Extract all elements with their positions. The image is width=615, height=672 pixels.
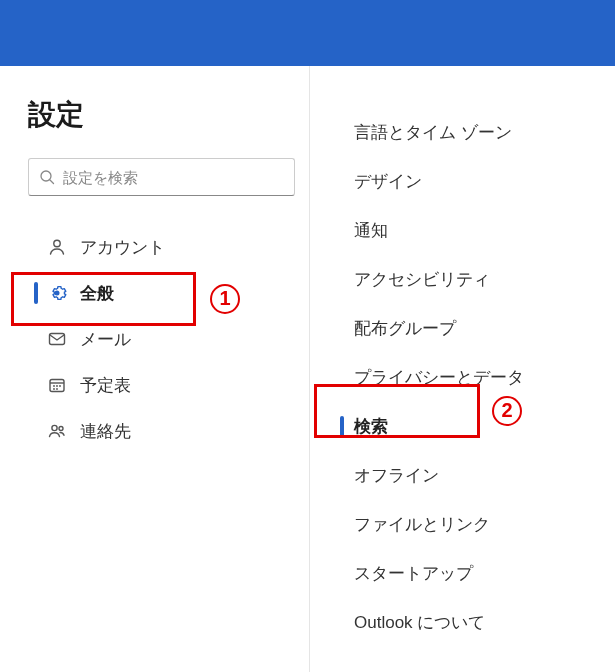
- sub-label: 言語とタイム ゾーン: [354, 121, 512, 144]
- sub-label: デザイン: [354, 170, 422, 193]
- nav-label: 予定表: [80, 374, 131, 397]
- sub-item-design[interactable]: デザイン: [330, 157, 605, 206]
- calendar-icon: [44, 375, 70, 395]
- svg-point-2: [54, 240, 60, 246]
- nav-label: 全般: [80, 282, 114, 305]
- general-subnav: 言語とタイム ゾーン デザイン 通知 アクセシビリティ 配布グループ プライバシ…: [310, 66, 615, 672]
- nav-item-general[interactable]: 全般: [28, 270, 289, 316]
- sub-label: スタートアップ: [354, 562, 473, 585]
- svg-point-8: [59, 385, 61, 387]
- sub-label: オフライン: [354, 464, 439, 487]
- sub-item-privacy[interactable]: プライバシーとデータ: [330, 353, 605, 402]
- sub-item-startup[interactable]: スタートアップ: [330, 549, 605, 598]
- nav-list: アカウント 全般 メール 予定表: [28, 224, 289, 454]
- nav-item-contacts[interactable]: 連絡先: [28, 408, 289, 454]
- sub-item-about[interactable]: Outlook について: [330, 598, 605, 647]
- page-title: 設定: [28, 96, 289, 134]
- svg-point-12: [59, 427, 63, 431]
- gear-icon: [44, 283, 70, 303]
- svg-point-7: [56, 385, 58, 387]
- sub-item-offline[interactable]: オフライン: [330, 451, 605, 500]
- annotation-marker-1: 1: [210, 283, 240, 314]
- nav-label: メール: [80, 328, 131, 351]
- annotation-marker-2: 2: [492, 395, 522, 426]
- search-input[interactable]: [63, 169, 284, 186]
- svg-point-9: [53, 388, 55, 390]
- sub-label: プライバシーとデータ: [354, 366, 524, 389]
- sub-label: アクセシビリティ: [354, 268, 490, 291]
- envelope-icon: [44, 329, 70, 349]
- nav-item-calendar[interactable]: 予定表: [28, 362, 289, 408]
- svg-line-1: [50, 180, 54, 184]
- search-icon: [39, 169, 55, 185]
- svg-point-10: [56, 388, 58, 390]
- sub-label: ファイルとリンク: [354, 513, 490, 536]
- svg-point-6: [53, 385, 55, 387]
- nav-label: 連絡先: [80, 420, 131, 443]
- sub-item-search[interactable]: 検索: [330, 402, 605, 451]
- sub-label: 通知: [354, 219, 388, 242]
- people-icon: [44, 421, 70, 441]
- sub-item-distribution[interactable]: 配布グループ: [330, 304, 605, 353]
- sub-item-accessibility[interactable]: アクセシビリティ: [330, 255, 605, 304]
- nav-item-account[interactable]: アカウント: [28, 224, 289, 270]
- sub-item-notifications[interactable]: 通知: [330, 206, 605, 255]
- svg-point-0: [41, 171, 51, 181]
- sub-item-files[interactable]: ファイルとリンク: [330, 500, 605, 549]
- search-box[interactable]: [28, 158, 295, 196]
- person-icon: [44, 237, 70, 257]
- sub-item-language[interactable]: 言語とタイム ゾーン: [330, 108, 605, 157]
- top-bar: [0, 0, 615, 66]
- svg-point-11: [52, 425, 57, 430]
- nav-item-mail[interactable]: メール: [28, 316, 289, 362]
- nav-label: アカウント: [80, 236, 165, 259]
- settings-sidebar: 設定 アカウント 全般: [0, 66, 310, 672]
- svg-rect-3: [50, 334, 65, 345]
- sub-label: 配布グループ: [354, 317, 456, 340]
- sub-label: Outlook について: [354, 611, 485, 634]
- sub-label: 検索: [354, 415, 388, 438]
